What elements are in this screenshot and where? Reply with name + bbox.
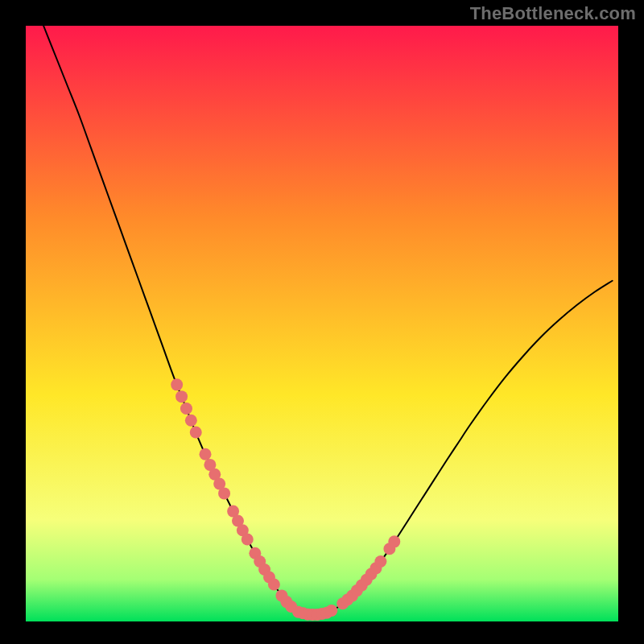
valley-dot xyxy=(180,402,192,415)
valley-dot xyxy=(242,534,254,546)
valley-dot xyxy=(218,487,230,499)
valley-dot xyxy=(374,555,386,568)
valley-dot xyxy=(200,448,212,460)
valley-dot xyxy=(268,579,280,591)
valley-dot xyxy=(185,415,197,427)
valley-dot xyxy=(190,427,202,439)
valley-dot xyxy=(175,390,188,402)
valley-dot xyxy=(325,605,337,617)
valley-dot xyxy=(171,378,183,390)
valley-dot xyxy=(388,535,400,547)
watermark-text: TheBottleneck.com xyxy=(470,3,636,24)
plot-background xyxy=(26,26,618,621)
chart-frame: TheBottleneck.com xyxy=(0,0,644,644)
bottleneck-chart xyxy=(0,0,644,644)
